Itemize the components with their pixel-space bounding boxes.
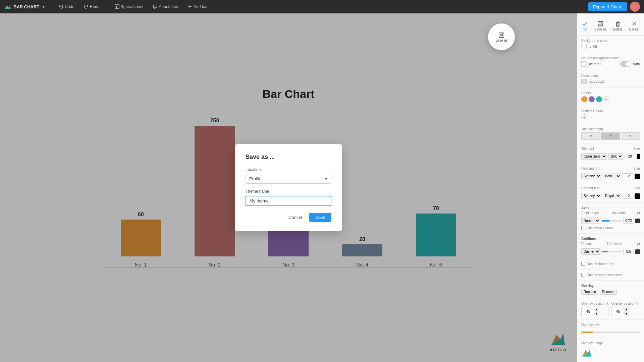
overlay-pos-y-label: Overlay position Y bbox=[611, 302, 638, 305]
export-share-button[interactable]: Export & Share bbox=[588, 2, 627, 11]
panel-cancel-label: Cancel bbox=[629, 27, 639, 31]
overlay-pos-x-up[interactable]: ▲ bbox=[594, 307, 599, 311]
modal-location-select[interactable]: Profile bbox=[246, 174, 331, 184]
title-font-family-select[interactable]: Open Sans bbox=[581, 153, 607, 160]
color-dot-1[interactable] bbox=[581, 96, 587, 102]
accent-swatch[interactable] bbox=[581, 79, 587, 84]
panel-save-as-label: Save as bbox=[594, 27, 606, 31]
gridline-width-input[interactable] bbox=[623, 249, 634, 254]
overlay-pos-y-input[interactable] bbox=[611, 309, 624, 314]
modal-save-button[interactable]: Save bbox=[309, 213, 331, 222]
add-color-button[interactable]: + bbox=[603, 96, 609, 102]
title-dropdown-arrow[interactable]: ▼ bbox=[41, 4, 46, 9]
custom-footer-font-checkbox[interactable] bbox=[581, 262, 585, 266]
panel-neutral-bg-section: Neutral background color #f9f9f9 auto bbox=[577, 53, 644, 70]
custom-connector-checkbox[interactable] bbox=[581, 273, 585, 277]
point-shape-select[interactable]: None bbox=[581, 218, 600, 224]
toolbar-right: Export & Share U bbox=[588, 2, 640, 12]
app-brand: BAR CHART ▼ bbox=[4, 3, 46, 10]
redo-button[interactable]: Redo bbox=[82, 3, 102, 10]
panel-save-as-button[interactable]: Save as bbox=[593, 19, 608, 33]
custom-connector-row: Custom connector lines bbox=[581, 273, 640, 277]
custom-axes-font-checkbox[interactable] bbox=[581, 226, 585, 230]
align-center-button[interactable]: ≡ bbox=[601, 132, 620, 140]
custom-footer-font-label: Custom footer font bbox=[587, 262, 614, 266]
panel-heading-font-section: Heading font Size Sintony Bold bbox=[577, 163, 644, 183]
bg-color-value: #ffffff bbox=[589, 45, 597, 49]
overlay-pos-x-input[interactable] bbox=[582, 309, 594, 314]
panel-ok-button[interactable]: Ok bbox=[581, 19, 589, 33]
panel-neutral-bg-label: Neutral background color bbox=[581, 56, 640, 60]
add-distinct-color-button[interactable]: + bbox=[581, 114, 587, 120]
panel-accent-color-section: Accent color #dddddd bbox=[577, 70, 644, 88]
panel-save-icon bbox=[597, 21, 603, 27]
content-font-weight-select[interactable]: Regul bbox=[603, 193, 621, 199]
annotation-button[interactable]: Annotation bbox=[151, 3, 180, 10]
content-font-family-select[interactable]: Sintony bbox=[581, 193, 601, 199]
add-bar-button[interactable]: Add bar bbox=[185, 3, 210, 10]
heading-font-size-input[interactable] bbox=[623, 173, 633, 179]
overlay-pos-y-arrows: ▲ ▼ bbox=[624, 307, 629, 316]
spreadsheet-button[interactable]: Spreadsheet bbox=[113, 3, 146, 10]
heading-font-color-box[interactable] bbox=[635, 174, 640, 179]
align-left-button[interactable]: ≡ bbox=[581, 132, 600, 140]
title-font-weight-select[interactable]: Bold bbox=[608, 153, 623, 160]
panel-overlay-size-section: Overlay size bbox=[577, 320, 644, 338]
title-font-row: Open Sans Bold bbox=[581, 153, 640, 160]
panel-line-width-label: Line width bbox=[610, 211, 626, 215]
svg-rect-8 bbox=[500, 33, 502, 34]
gridline-pattern-select[interactable]: Dashed bbox=[581, 248, 600, 255]
overlay-image-label: Overlay image bbox=[581, 341, 640, 345]
overlay-pos-y-up[interactable]: ▲ bbox=[624, 307, 629, 311]
title-font-size-input[interactable] bbox=[625, 154, 635, 159]
custom-footer-font-row: Custom footer font bbox=[581, 262, 640, 266]
neutral-bg-swatch[interactable] bbox=[581, 61, 587, 67]
panel-colors-label: Colors bbox=[581, 91, 640, 95]
bg-color-swatch[interactable] bbox=[581, 44, 587, 49]
overlay-pos-x-label: Overlay position X bbox=[581, 302, 608, 305]
panel-footer-font-section: Custom footer font bbox=[577, 258, 644, 269]
panel-axes-label: Axes bbox=[581, 206, 640, 210]
save-as-modal: Save as ... Location Profile Theme name … bbox=[235, 144, 342, 231]
svg-rect-9 bbox=[500, 35, 503, 37]
gridline-width-slider[interactable] bbox=[602, 251, 622, 252]
line-width-slider[interactable] bbox=[602, 220, 622, 222]
overlay-pos-y-down[interactable]: ▼ bbox=[624, 311, 629, 316]
panel-cancel-button[interactable]: Cancel bbox=[628, 19, 641, 33]
title-align-row: ≡ ≡ ≡ bbox=[581, 132, 640, 140]
modal-theme-name-input[interactable] bbox=[246, 196, 331, 206]
panel-gridline-lw-label: Line width bbox=[607, 242, 622, 246]
auto-toggle[interactable] bbox=[620, 61, 631, 67]
panel-axes-section: Axes Point shape Line width pt None Cust… bbox=[577, 203, 644, 234]
overlay-pos-x-down[interactable]: ▼ bbox=[594, 311, 599, 316]
overlay-replace-button[interactable]: Replace bbox=[581, 289, 598, 295]
gridline-color-box[interactable] bbox=[635, 249, 640, 254]
panel-delete-button[interactable]: Delete bbox=[611, 19, 624, 33]
undo-button[interactable]: Undo bbox=[57, 3, 76, 10]
panel-distinct-colors-label: Distinct Colors bbox=[581, 109, 640, 113]
heading-font-row: Sintony Bold bbox=[581, 173, 640, 179]
content-font-size-input[interactable] bbox=[623, 193, 633, 199]
line-color-box[interactable] bbox=[635, 219, 640, 223]
panel-gridlines-section: Gridlines Pattern Line width pt Dashed bbox=[577, 234, 644, 258]
modal-cancel-button[interactable]: Cancel bbox=[284, 213, 306, 222]
panel-colors-section: Colors + bbox=[577, 88, 644, 106]
title-font-color-box[interactable] bbox=[637, 154, 640, 159]
content-font-color-box[interactable] bbox=[635, 193, 640, 199]
panel-background-color-section: Background color #ffffff bbox=[577, 36, 644, 53]
modal-theme-name-label: Theme name bbox=[246, 189, 331, 194]
line-width-input[interactable] bbox=[623, 218, 634, 224]
color-dot-2[interactable] bbox=[589, 96, 595, 102]
panel-cancel-icon bbox=[631, 21, 637, 27]
chart-area: Bar Chart 60 No. 1 250 No. 2 50 bbox=[0, 13, 577, 362]
heading-font-family-select[interactable]: Sintony bbox=[581, 173, 601, 179]
heading-font-weight-select[interactable]: Bold bbox=[603, 173, 621, 179]
panel-delete-label: Delete bbox=[613, 27, 623, 31]
align-right-button[interactable]: ≡ bbox=[621, 132, 640, 140]
svg-rect-2 bbox=[115, 5, 119, 9]
overlay-pos-x-stepper: ▲ ▼ bbox=[581, 307, 608, 316]
color-dot-3[interactable] bbox=[596, 96, 602, 102]
overlay-size-slider[interactable] bbox=[581, 331, 640, 333]
overlay-remove-button[interactable]: Remove bbox=[600, 289, 617, 295]
panel-content-font-section: Content font Size Sintony Regul bbox=[577, 183, 644, 203]
